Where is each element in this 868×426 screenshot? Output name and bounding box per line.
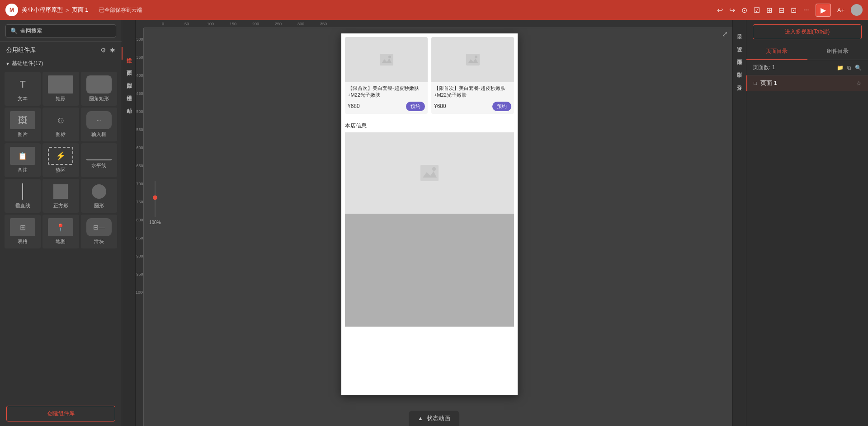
vtab-component-lib[interactable]: 组件库 [122,47,136,60]
fullscreen-button[interactable]: ⤢ [722,30,728,38]
avatar[interactable] [851,4,863,16]
v-mark-900: 900 [136,254,144,258]
redo-icon[interactable]: ↪ [729,6,735,14]
download-icon[interactable]: ⊟ [778,6,784,14]
search-wrap[interactable]: 🔍 全网搜索 [5,24,116,37]
right-vtab-events[interactable]: 页面事件 [733,49,746,61]
v-mark-850: 850 [136,236,144,240]
ruler-vertical: 300 350 400 450 500 550 600 650 700 750 … [136,20,144,426]
vtab-page-lib[interactable]: 页面库 [122,60,136,72]
comp-item-toggle[interactable]: ⊟— 滑块 [81,215,117,248]
search-input[interactable]: 全网搜索 [20,27,42,35]
comp-label-vline: 垂直线 [15,202,30,209]
v-mark-650: 650 [136,164,144,168]
page-count-label: 页面数: 1 [753,64,775,71]
preview-icon[interactable]: ⊙ [741,6,747,14]
tab-component-directory[interactable]: 组件目录 [807,44,868,60]
right-panel-container: 目录 设置 页面事件 版本 备注 进入多视图(Tab键) 页面目录 组件目录 页… [732,20,868,426]
zoom-dot [153,195,157,200]
comp-label-text: 文本 [18,95,28,102]
comp-item-note[interactable]: 📋 备注 [5,143,41,177]
product-img-2 [431,37,514,82]
app-name[interactable]: 美业小程序原型 [22,6,63,14]
right-vtab-directory[interactable]: 目录 [733,23,746,36]
status-animation-bar[interactable]: ▲ 状态动画 [409,411,459,426]
comp-item-table[interactable]: ⊞ 表格 [5,215,41,248]
comp-item-text[interactable]: T 文本 [5,72,41,106]
comp-item-square[interactable]: 正方形 [42,179,79,213]
comp-item-hotspot[interactable]: ⚡ 热区 [42,143,79,177]
comp-item-map[interactable]: 📍 地图 [42,215,79,248]
product-card-1[interactable]: 【限首次】美白套餐-超皮秒嫩肤+M22光子嫩肤 ¥680 预约 [345,37,428,114]
panel-tabs: 页面目录 组件目录 [746,44,868,60]
comp-label-round-rect: 圆角矩形 [89,95,109,102]
right-vtab-version[interactable]: 版本 [733,61,746,74]
gear-icon[interactable]: ✱ [110,47,115,54]
svg-rect-2 [466,54,480,66]
multi-view-button[interactable]: 进入多视图(Tab键) [753,24,862,39]
create-lib-button[interactable]: 创建组件库 [6,406,115,421]
more-icon[interactable]: ··· [803,6,809,14]
header: M 美业小程序原型 > 页面 1 已全部保存到云端 ↩ ↪ ⊙ ☑ ⊞ ⊟ ⊡ … [0,0,868,20]
toggle-comp-icon: ⊟— [86,218,112,236]
comp-item-hline[interactable]: 水平线 [81,143,117,177]
right-vtab-notes[interactable]: 备注 [733,74,746,87]
comp-label-table: 表格 [18,238,28,245]
breadcrumb: 美业小程序原型 > 页面 1 [22,6,88,14]
copy-icon[interactable]: ⧉ [847,65,851,71]
add-user-button[interactable]: A+ [837,7,844,14]
v-mark-1000: 1000 [136,290,144,295]
hline-comp-icon [86,151,112,160]
ruler-h-marks: 0 50 100 150 200 250 300 350 [144,20,732,28]
main-layout: 🔍 全网搜索 公用组件库 ⚙ ✱ ▾ 基础组件(17) T 文本 [0,20,868,426]
grid-icon[interactable]: ⊞ [766,6,772,14]
svg-rect-0 [380,54,393,66]
page-name[interactable]: 页面 1 [72,6,89,14]
right-vtab-panel: 目录 设置 页面事件 版本 备注 [732,20,746,426]
ruler-mark-200: 200 [252,22,259,26]
comp-item-circle[interactable]: 圆形 [81,179,117,213]
play-button[interactable]: ▶ [816,4,831,17]
zoom-controls: 100% [149,181,161,225]
settings-icon[interactable]: ⚙ [100,47,106,54]
svg-point-1 [388,56,391,58]
vtab-help[interactable]: 帮助 [122,98,136,110]
icon-comp-icon: ☺ [48,111,73,129]
comp-item-icon[interactable]: ☺ 图标 [42,108,79,141]
check-icon[interactable]: ☑ [754,6,760,14]
comp-label-rect: 矩形 [56,95,66,102]
right-vtab-settings[interactable]: 设置 [733,36,746,49]
v-mark-700: 700 [136,182,144,186]
product-card-2[interactable]: 【限首次】美白套餐-超皮秒嫩肤+M22光子嫩肤 ¥680 预约 [431,37,514,114]
share-icon[interactable]: ⊡ [791,6,797,14]
product-btn-1[interactable]: 预约 [406,102,425,111]
svg-rect-4 [420,165,439,181]
vline-comp-icon [10,183,35,201]
comp-label-note: 备注 [18,167,28,173]
undo-icon[interactable]: ↩ [717,6,723,14]
vtab-image-lib[interactable]: 图片库 [122,72,136,85]
comp-label-hotspot: 热区 [56,167,66,173]
comp-item-rect[interactable]: 矩形 [42,72,79,106]
comp-item-round-rect[interactable]: 圆角矩形 [81,72,117,106]
search-icon: 🔍 [10,28,18,34]
header-tools: ↩ ↪ ⊙ ☑ ⊞ ⊟ ⊡ ··· ▶ A+ [717,4,863,17]
search-pages-icon[interactable]: 🔍 [855,65,862,71]
left-vtab-panel: 组件库 页面库 图片库 引用组件 帮助 [122,20,136,426]
page-list-item-1[interactable]: □ 页面 1 ☆ [746,75,868,91]
ruler-mark-100: 100 [207,22,214,26]
folder-icon[interactable]: 📁 [837,65,844,71]
hotspot-comp-icon: ⚡ [48,147,73,165]
comp-label-image: 图片 [18,131,28,138]
comp-item-image[interactable]: 🖼 图片 [5,108,41,141]
table-comp-icon: ⊞ [10,218,35,236]
vtab-ref-component[interactable]: 引用组件 [122,85,136,98]
comp-item-vline[interactable]: 垂直线 [5,179,41,213]
page-star-icon[interactable]: ☆ [856,80,862,87]
product-btn-2[interactable]: 预约 [492,102,511,111]
comp-group-header[interactable]: ▾ 基础组件(17) [0,57,122,70]
square-comp-icon [48,183,73,201]
comp-item-input[interactable]: ··· 输入框 [81,108,117,141]
tab-page-directory[interactable]: 页面目录 [746,44,807,60]
right-panel: 进入多视图(Tab键) 页面目录 组件目录 页面数: 1 📁 ⧉ 🔍 □ 页面 … [746,20,868,426]
